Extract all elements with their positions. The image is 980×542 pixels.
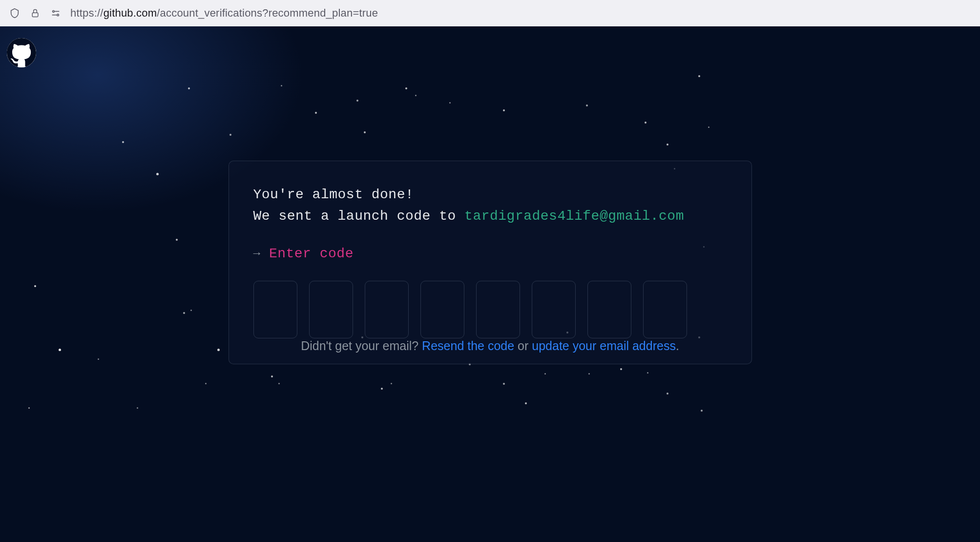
star-decoration bbox=[391, 383, 392, 384]
star-decoration bbox=[137, 407, 138, 409]
star-decoration bbox=[645, 122, 646, 124]
star-decoration bbox=[190, 310, 192, 311]
star-decoration bbox=[188, 87, 190, 89]
star-decoration bbox=[217, 349, 220, 351]
star-decoration bbox=[98, 358, 99, 360]
browser-address-bar: https://github.com/account_verifications… bbox=[0, 0, 980, 26]
star-decoration bbox=[156, 173, 159, 175]
star-decoration bbox=[667, 393, 668, 395]
star-decoration bbox=[503, 109, 505, 111]
verification-card: You're almost done! We sent a launch cod… bbox=[229, 161, 752, 364]
star-decoration bbox=[229, 134, 231, 136]
star-decoration bbox=[620, 368, 622, 370]
star-decoration bbox=[271, 375, 273, 377]
heading-line-1: You're almost done! bbox=[253, 185, 727, 205]
code-digit-4[interactable] bbox=[420, 281, 464, 338]
star-decoration bbox=[281, 85, 282, 86]
star-decoration bbox=[364, 131, 366, 133]
url-display[interactable]: https://github.com/account_verifications… bbox=[70, 7, 378, 20]
page-content: You're almost done! We sent a launch cod… bbox=[0, 26, 980, 542]
star-decoration bbox=[176, 239, 178, 241]
star-decoration bbox=[205, 383, 207, 384]
code-digit-3[interactable] bbox=[365, 281, 409, 338]
code-digit-7[interactable] bbox=[587, 281, 631, 338]
code-digit-5[interactable] bbox=[476, 281, 520, 338]
star-decoration bbox=[525, 402, 527, 404]
star-decoration bbox=[698, 75, 700, 77]
star-decoration bbox=[183, 312, 185, 314]
star-decoration bbox=[449, 102, 451, 104]
code-digit-1[interactable] bbox=[253, 281, 297, 338]
lock-icon[interactable] bbox=[29, 7, 41, 19]
enter-code-prompt: → Enter code bbox=[253, 246, 727, 261]
star-decoration bbox=[356, 100, 358, 102]
star-decoration bbox=[586, 104, 588, 106]
star-decoration bbox=[701, 410, 703, 412]
star-decoration bbox=[415, 95, 417, 96]
svg-point-3 bbox=[57, 14, 59, 16]
star-decoration bbox=[503, 383, 505, 385]
star-decoration bbox=[122, 141, 124, 143]
resend-code-link[interactable]: Resend the code bbox=[422, 339, 514, 353]
code-digit-2[interactable] bbox=[309, 281, 353, 338]
arrow-right-icon: → bbox=[253, 247, 260, 260]
star-decoration bbox=[34, 285, 36, 287]
star-decoration bbox=[28, 407, 30, 409]
svg-rect-0 bbox=[32, 13, 38, 17]
code-input-group bbox=[253, 281, 727, 338]
enter-code-label: Enter code bbox=[269, 246, 354, 261]
help-text: Didn't get your email? Resend the code o… bbox=[301, 339, 679, 353]
star-decoration bbox=[588, 373, 590, 375]
star-decoration bbox=[544, 373, 546, 375]
star-decoration bbox=[708, 126, 709, 128]
star-decoration bbox=[647, 372, 648, 374]
svg-point-1 bbox=[53, 11, 55, 13]
star-decoration bbox=[315, 112, 317, 114]
code-digit-6[interactable] bbox=[532, 281, 576, 338]
email-address: tardigrades4life@gmail.com bbox=[464, 208, 684, 224]
code-digit-8[interactable] bbox=[643, 281, 687, 338]
update-email-link[interactable]: update your email address bbox=[532, 339, 676, 353]
shield-icon[interactable] bbox=[9, 7, 21, 19]
star-decoration bbox=[59, 349, 61, 351]
github-logo[interactable] bbox=[7, 38, 36, 67]
star-decoration bbox=[405, 87, 407, 89]
permissions-icon[interactable] bbox=[50, 7, 62, 19]
heading-line-2: We sent a launch code to tardigrades4lif… bbox=[253, 206, 727, 227]
star-decoration bbox=[381, 388, 383, 390]
star-decoration bbox=[278, 383, 280, 384]
star-decoration bbox=[667, 144, 668, 146]
